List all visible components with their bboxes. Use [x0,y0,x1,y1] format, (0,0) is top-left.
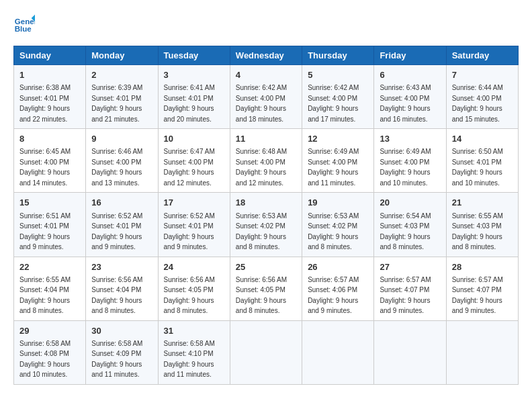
day-info: Sunrise: 6:39 AMSunset: 4:01 PMDaylight:… [91,84,142,123]
calendar-cell: 31Sunrise: 6:58 AMSunset: 4:10 PMDayligh… [158,320,230,384]
calendar-cell: 17Sunrise: 6:52 AMSunset: 4:01 PMDayligh… [158,193,230,257]
calendar-cell: 27Sunrise: 6:57 AMSunset: 4:07 PMDayligh… [374,257,446,320]
calendar-cell: 24Sunrise: 6:56 AMSunset: 4:05 PMDayligh… [158,257,230,320]
day-number: 21 [452,197,513,209]
day-info: Sunrise: 6:52 AMSunset: 4:01 PMDaylight:… [164,212,215,251]
day-number: 5 [308,69,368,81]
calendar-week-row-4: 22Sunrise: 6:55 AMSunset: 4:04 PMDayligh… [14,257,519,320]
day-number: 2 [91,69,152,81]
calendar-cell: 19Sunrise: 6:53 AMSunset: 4:02 PMDayligh… [302,193,374,257]
day-info: Sunrise: 6:57 AMSunset: 4:07 PMDaylight:… [452,276,503,315]
day-info: Sunrise: 6:52 AMSunset: 4:01 PMDaylight:… [91,212,142,251]
day-info: Sunrise: 6:41 AMSunset: 4:01 PMDaylight:… [164,84,215,123]
day-number: 17 [164,197,224,209]
calendar-table: SundayMondayTuesdayWednesdayThursdayFrid… [13,46,519,385]
day-info: Sunrise: 6:53 AMSunset: 4:02 PMDaylight:… [236,212,287,251]
day-info: Sunrise: 6:53 AMSunset: 4:02 PMDaylight:… [308,212,359,251]
calendar-cell [302,320,374,384]
day-number: 14 [452,133,513,145]
calendar-cell [374,320,446,384]
day-info: Sunrise: 6:44 AMSunset: 4:00 PMDaylight:… [452,84,503,123]
calendar-cell [230,320,302,384]
day-header-monday: Monday [86,46,158,65]
day-header-sunday: Sunday [14,46,86,65]
day-header-saturday: Saturday [446,46,518,65]
day-info: Sunrise: 6:55 AMSunset: 4:03 PMDaylight:… [452,212,503,251]
day-info: Sunrise: 6:56 AMSunset: 4:04 PMDaylight:… [91,276,142,315]
day-info: Sunrise: 6:45 AMSunset: 4:00 PMDaylight:… [19,148,71,187]
calendar-cell: 26Sunrise: 6:57 AMSunset: 4:06 PMDayligh… [302,257,374,320]
day-info: Sunrise: 6:58 AMSunset: 4:10 PMDaylight:… [164,340,215,379]
day-info: Sunrise: 6:50 AMSunset: 4:01 PMDaylight:… [452,148,503,187]
calendar-cell: 23Sunrise: 6:56 AMSunset: 4:04 PMDayligh… [86,257,158,320]
day-number: 24 [164,261,224,273]
calendar-cell: 22Sunrise: 6:55 AMSunset: 4:04 PMDayligh… [14,257,86,320]
day-info: Sunrise: 6:54 AMSunset: 4:03 PMDaylight:… [380,212,431,251]
calendar-cell [446,320,518,384]
page-header: General Blue [13,13,519,35]
calendar-cell: 1Sunrise: 6:38 AMSunset: 4:01 PMDaylight… [14,65,86,129]
day-info: Sunrise: 6:42 AMSunset: 4:00 PMDaylight:… [308,84,359,123]
day-number: 8 [19,133,80,145]
day-info: Sunrise: 6:49 AMSunset: 4:00 PMDaylight:… [308,148,359,187]
day-header-thursday: Thursday [302,46,374,65]
calendar-cell: 3Sunrise: 6:41 AMSunset: 4:01 PMDaylight… [158,65,230,129]
calendar-cell: 12Sunrise: 6:49 AMSunset: 4:00 PMDayligh… [302,129,374,193]
day-number: 4 [236,69,296,81]
calendar-cell: 14Sunrise: 6:50 AMSunset: 4:01 PMDayligh… [446,129,518,193]
day-info: Sunrise: 6:55 AMSunset: 4:04 PMDaylight:… [19,276,71,315]
calendar-week-row-1: 1Sunrise: 6:38 AMSunset: 4:01 PMDaylight… [14,65,519,129]
day-number: 13 [380,133,440,145]
calendar-cell: 2Sunrise: 6:39 AMSunset: 4:01 PMDaylight… [86,65,158,129]
svg-text:Blue: Blue [15,25,32,33]
day-number: 25 [236,261,296,273]
day-number: 27 [380,261,440,273]
day-info: Sunrise: 6:49 AMSunset: 4:00 PMDaylight:… [380,148,431,187]
day-info: Sunrise: 6:43 AMSunset: 4:00 PMDaylight:… [380,84,431,123]
calendar-week-row-2: 8Sunrise: 6:45 AMSunset: 4:00 PMDaylight… [14,129,519,193]
day-number: 11 [236,133,296,145]
calendar-cell: 29Sunrise: 6:58 AMSunset: 4:08 PMDayligh… [14,320,86,384]
calendar-cell: 13Sunrise: 6:49 AMSunset: 4:00 PMDayligh… [374,129,446,193]
day-info: Sunrise: 6:46 AMSunset: 4:00 PMDaylight:… [91,148,142,187]
day-number: 6 [380,69,440,81]
calendar-cell: 11Sunrise: 6:48 AMSunset: 4:00 PMDayligh… [230,129,302,193]
calendar-cell: 25Sunrise: 6:56 AMSunset: 4:05 PMDayligh… [230,257,302,320]
day-number: 16 [91,197,152,209]
day-number: 26 [308,261,368,273]
day-number: 22 [19,261,80,273]
day-number: 29 [19,325,80,337]
day-number: 9 [91,133,152,145]
calendar-cell: 18Sunrise: 6:53 AMSunset: 4:02 PMDayligh… [230,193,302,257]
day-info: Sunrise: 6:57 AMSunset: 4:06 PMDaylight:… [308,276,359,315]
day-number: 15 [19,197,80,209]
calendar-week-row-5: 29Sunrise: 6:58 AMSunset: 4:08 PMDayligh… [14,320,519,384]
calendar-cell: 20Sunrise: 6:54 AMSunset: 4:03 PMDayligh… [374,193,446,257]
day-info: Sunrise: 6:51 AMSunset: 4:01 PMDaylight:… [19,212,71,251]
calendar-cell: 15Sunrise: 6:51 AMSunset: 4:01 PMDayligh… [14,193,86,257]
calendar-cell: 30Sunrise: 6:58 AMSunset: 4:09 PMDayligh… [86,320,158,384]
day-number: 20 [380,197,440,209]
calendar-cell: 4Sunrise: 6:42 AMSunset: 4:00 PMDaylight… [230,65,302,129]
day-number: 19 [308,197,368,209]
day-number: 10 [164,133,224,145]
calendar-cell: 28Sunrise: 6:57 AMSunset: 4:07 PMDayligh… [446,257,518,320]
day-info: Sunrise: 6:38 AMSunset: 4:01 PMDaylight:… [19,84,71,123]
day-header-friday: Friday [374,46,446,65]
calendar-cell: 7Sunrise: 6:44 AMSunset: 4:00 PMDaylight… [446,65,518,129]
day-header-wednesday: Wednesday [230,46,302,65]
calendar-header-row: SundayMondayTuesdayWednesdayThursdayFrid… [14,46,519,65]
calendar-cell: 5Sunrise: 6:42 AMSunset: 4:00 PMDaylight… [302,65,374,129]
day-info: Sunrise: 6:47 AMSunset: 4:00 PMDaylight:… [164,148,215,187]
day-info: Sunrise: 6:42 AMSunset: 4:00 PMDaylight:… [236,84,287,123]
day-number: 1 [19,69,80,81]
day-number: 3 [164,69,224,81]
day-info: Sunrise: 6:56 AMSunset: 4:05 PMDaylight:… [164,276,215,315]
calendar-cell: 10Sunrise: 6:47 AMSunset: 4:00 PMDayligh… [158,129,230,193]
day-info: Sunrise: 6:56 AMSunset: 4:05 PMDaylight:… [236,276,287,315]
calendar-cell: 6Sunrise: 6:43 AMSunset: 4:00 PMDaylight… [374,65,446,129]
day-number: 23 [91,261,152,273]
day-number: 30 [91,325,152,337]
day-header-tuesday: Tuesday [158,46,230,65]
day-info: Sunrise: 6:58 AMSunset: 4:08 PMDaylight:… [19,340,71,379]
